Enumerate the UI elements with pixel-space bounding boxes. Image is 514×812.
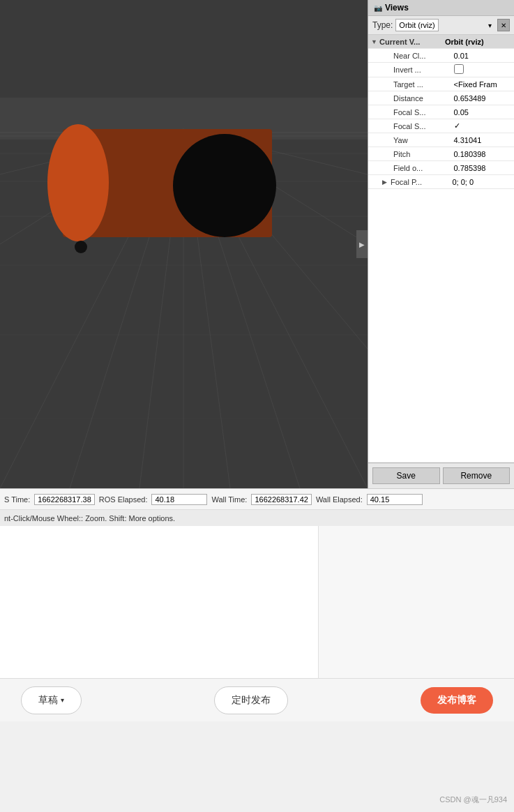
blog-content-area [0,526,514,678]
tree-row-distance[interactable]: Distance 0.653489 [368,91,514,105]
tree-section-header[interactable]: ▼ Current V... Orbit (rviz) [368,35,514,49]
tree-row-near-clip[interactable]: Near Cl... 0.01 [368,49,514,63]
type-label: Type: [372,20,393,30]
yaw-value: 4.31041 [451,136,512,144]
publish-button[interactable]: 发布博客 [421,687,493,714]
grid-svg [0,0,368,488]
draft-label: 草稿 [38,694,58,707]
section-key: Current V... [379,38,442,46]
remove-button[interactable]: Remove [443,467,511,484]
invert-checkbox[interactable] [454,64,464,74]
focal-s1-value: 0.05 [451,108,512,116]
blog-main-content [0,526,319,678]
panel-buttons: Save Remove [368,463,514,488]
tree-toggle[interactable]: ▼ [371,38,379,45]
distance-value: 0.653489 [451,94,512,103]
hint-bar: nt-Click/Mouse Wheel:: Zoom. Shift: More… [0,509,514,526]
hint-text: nt-Click/Mouse Wheel:: Zoom. Shift: More… [4,514,175,522]
distance-key: Distance [393,94,451,103]
tree-row-focal-s1[interactable]: Focal S... 0.05 [368,105,514,119]
field-key: Field o... [393,164,451,172]
3d-viewport[interactable]: ▶ [0,0,368,488]
csdn-watermark: CSDN @魂一凡934 [439,795,507,805]
collapse-panel-button[interactable]: ▶ [356,230,368,258]
wall-elapsed-value: 40.15 [367,494,423,505]
tree-row-target[interactable]: Target ... <Fixed Fram [368,77,514,91]
draft-button[interactable]: 草稿 ▾ [21,686,82,714]
type-select-wrapper: Orbit (rviz) [395,19,494,31]
rviz-container: ▶ 📷 Views Type: Orbit (rviz) ✕ ▼ Current… [0,0,514,488]
focal-s2-key: Focal S... [393,122,451,130]
status-bar: S Time: 1662268317.38 ROS Elapsed: 40.18… [0,488,514,509]
focal-p-value: 0; 0; 0 [450,178,512,186]
blog-sidebar [319,526,514,678]
target-value: <Fixed Fram [451,80,512,89]
yaw-key: Yaw [393,136,451,144]
tree-row-focal-s2[interactable]: Focal S... ✓ [368,119,514,133]
near-clip-key: Near Cl... [393,52,451,60]
save-button[interactable]: Save [372,467,440,484]
draft-dropdown-icon: ▾ [61,696,64,704]
focal-p-key: Focal P... [391,178,450,186]
wall-time-value: 1662268317.42 [251,494,311,505]
target-key: Target ... [393,80,451,89]
tree-row-field[interactable]: Field o... 0.785398 [368,161,514,175]
type-row: Type: Orbit (rviz) ✕ [368,16,514,35]
wall-elapsed-label: Wall Elapsed: [316,495,363,504]
ros-time-label: S Time: [4,495,30,504]
focal-s2-value: ✓ [451,121,512,130]
drum-left-face [47,124,109,241]
section-value: Orbit (rviz) [442,38,511,46]
ros-elapsed-label: ROS Elapsed: [99,495,148,504]
views-panel: 📷 Views Type: Orbit (rviz) ✕ ▼ Current V… [368,0,514,488]
schedule-button[interactable]: 定时发布 [214,686,288,714]
type-select[interactable]: Orbit (rviz) [395,19,439,31]
near-clip-value: 0.01 [451,52,512,60]
pitch-value: 0.180398 [451,150,512,158]
svg-rect-0 [0,0,368,488]
close-button[interactable]: ✕ [497,19,510,31]
invert-value [451,64,512,75]
field-value: 0.785398 [451,164,512,172]
blog-area: 草稿 ▾ 定时发布 发布博客 [0,526,514,721]
ros-time-value: 1662268317.38 [34,494,94,505]
properties-tree: ▼ Current V... Orbit (rviz) Near Cl... 0… [368,35,514,463]
views-panel-header: 📷 Views [368,0,514,16]
pitch-key: Pitch [393,150,451,158]
invert-key: Invert ... [393,66,451,74]
drum-right-hole [173,134,276,237]
blog-toolbar: 草稿 ▾ 定时发布 发布博客 [0,678,514,721]
focal-p-toggle[interactable]: ▶ [382,179,391,186]
tree-row-yaw[interactable]: Yaw 4.31041 [368,133,514,147]
views-icon: 📷 [374,4,382,12]
tree-row-pitch[interactable]: Pitch 0.180398 [368,147,514,161]
ros-elapsed-value: 40.18 [151,494,207,505]
focal-s1-key: Focal S... [393,108,451,116]
tree-row-focal-p[interactable]: ▶ Focal P... 0; 0; 0 [368,175,514,189]
drum-shadow [75,241,87,253]
tree-row-invert[interactable]: Invert ... [368,63,514,77]
wall-time-label: Wall Time: [211,495,247,504]
views-title: Views [385,3,409,13]
